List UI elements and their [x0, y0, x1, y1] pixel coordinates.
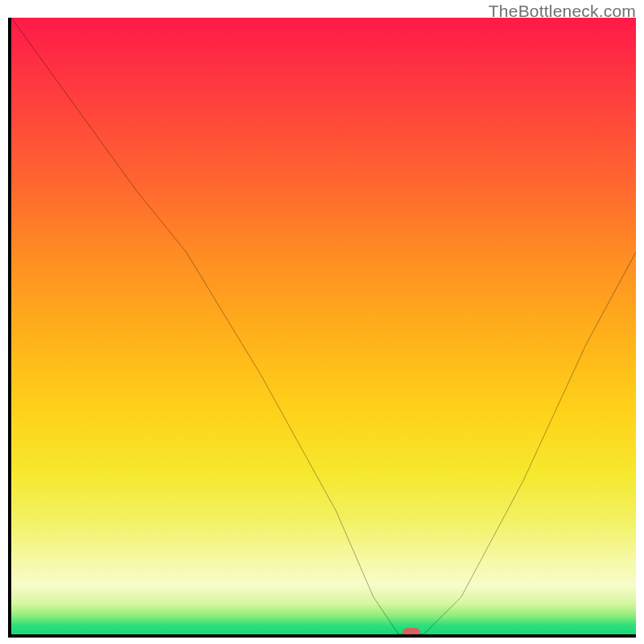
chart-container: TheBottleneck.com	[0, 0, 644, 644]
plot-area	[8, 18, 636, 638]
optimal-point-marker	[402, 628, 420, 638]
bottleneck-line	[11, 18, 636, 634]
